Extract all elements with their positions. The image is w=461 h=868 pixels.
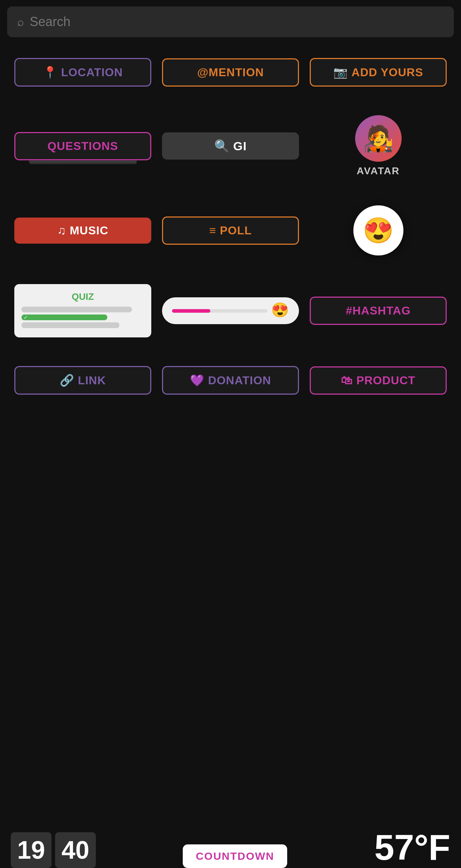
time-hour: 19 (11, 832, 52, 868)
quiz-bar-2: ✓ (21, 314, 107, 320)
quiz-sticker[interactable]: QUIZ ✓ (14, 284, 151, 337)
link-sticker[interactable]: 🔗 LINK (14, 366, 151, 395)
music-sticker[interactable]: ♫ MUSIC (14, 218, 151, 244)
music-icon: ♫ (57, 224, 66, 237)
hashtag-sticker[interactable]: #HASHTAG (310, 297, 447, 325)
gif-sticker[interactable]: 🔍 GI (162, 132, 299, 160)
bottom-row: 19 40 COUNTDOWN 57°F (0, 796, 461, 868)
search-bar[interactable]: ⌕ (7, 6, 454, 37)
sticker-grid: 📍 LOCATION @MENTION 📷 ADD YOURS QUESTION… (0, 44, 461, 409)
donation-icon: 💜 (190, 374, 205, 387)
search-input[interactable] (30, 14, 444, 29)
mention-sticker[interactable]: @MENTION (162, 58, 299, 87)
temperature-display: 57°F (374, 827, 450, 868)
gif-search-icon: 🔍 (214, 139, 230, 153)
avatar-emoji: 🧑‍🎤 (363, 126, 394, 151)
countdown-sticker[interactable]: COUNTDOWN (183, 844, 287, 868)
poll-icon: ≡ (209, 224, 216, 237)
questions-sticker[interactable]: QUESTIONS (14, 132, 151, 160)
poll-sticker[interactable]: ≡ POLL (162, 216, 299, 245)
slider-fill (172, 309, 210, 313)
donation-sticker[interactable]: 💜 DONATION (162, 366, 299, 395)
product-icon: 🛍 (341, 374, 353, 387)
emoji-slider-sticker[interactable]: 😍 (162, 297, 299, 324)
search-icon: ⌕ (17, 15, 24, 29)
quiz-check-icon: ✓ (24, 314, 28, 320)
emoji-bubble-sticker[interactable]: 😍 (353, 205, 403, 255)
slider-emoji: 😍 (271, 302, 289, 318)
time-display: 19 40 (11, 832, 96, 868)
quiz-bar-3 (21, 322, 119, 328)
link-icon: 🔗 (60, 374, 74, 387)
location-icon: 📍 (43, 65, 58, 79)
avatar-label: AVATAR (357, 165, 399, 177)
time-minute: 40 (55, 832, 96, 868)
location-sticker[interactable]: 📍 LOCATION (14, 58, 151, 87)
addyours-sticker[interactable]: 📷 ADD YOURS (310, 58, 447, 87)
mention-label: @MENTION (197, 66, 264, 79)
product-sticker[interactable]: 🛍 PRODUCT (310, 366, 447, 395)
avatar-circle: 🧑‍🎤 (355, 115, 402, 162)
avatar-sticker[interactable]: 🧑‍🎤 AVATAR (355, 115, 402, 177)
quiz-title: QUIZ (21, 291, 144, 302)
quiz-bar-1 (21, 307, 132, 312)
emoji-bubble-face: 😍 (363, 216, 394, 245)
camera-icon: 📷 (333, 65, 348, 79)
slider-track (172, 309, 268, 313)
